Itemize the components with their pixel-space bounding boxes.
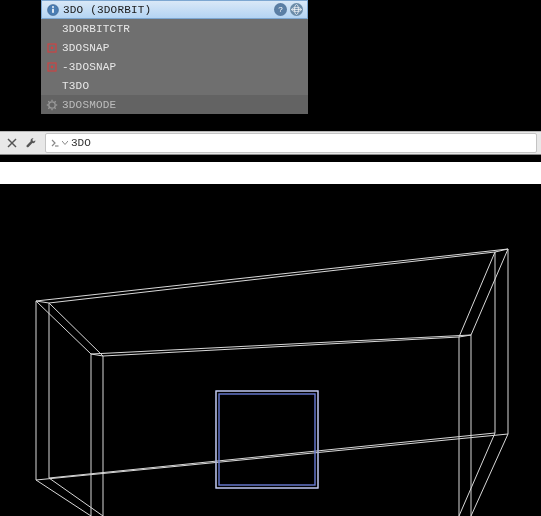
autocomplete-item-label: T3DO <box>62 80 89 92</box>
bottom-strip <box>0 155 541 162</box>
info-icon <box>46 3 60 17</box>
command-input-wrapper[interactable] <box>45 133 537 153</box>
gap <box>0 162 541 184</box>
svg-point-12 <box>51 65 54 68</box>
blank-icon <box>45 22 59 36</box>
autocomplete-item-t3do[interactable]: T3DO <box>41 76 308 95</box>
svg-line-20 <box>48 107 49 108</box>
gear-icon <box>45 98 59 112</box>
command-bar <box>0 131 541 155</box>
autocomplete-panel: 3DO (3DORBIT) ? <box>41 0 308 114</box>
autocomplete-item-label: -3DOSNAP <box>62 61 116 73</box>
autocomplete-item-label: 3DO (3DORBIT) <box>63 4 151 16</box>
svg-text:?: ? <box>278 5 283 14</box>
svg-rect-1 <box>52 8 54 12</box>
svg-point-2 <box>52 6 54 8</box>
autocomplete-item-3do[interactable]: 3DO (3DORBIT) ? <box>41 0 308 19</box>
snap-icon <box>45 41 59 55</box>
autocomplete-item-3dorbitctr[interactable]: 3DORBITCTR <box>41 19 308 38</box>
command-input[interactable] <box>71 137 532 149</box>
blank-icon <box>45 79 59 93</box>
autocomplete-item-label: 3DORBITCTR <box>62 23 130 35</box>
wireframe-drawing <box>0 184 541 516</box>
autocomplete-item-label: 3DOSNAP <box>62 42 110 54</box>
help-icon[interactable]: ? <box>274 3 287 16</box>
svg-point-10 <box>51 46 54 49</box>
svg-line-21 <box>55 101 56 102</box>
viewport-3d[interactable] <box>0 184 541 516</box>
autocomplete-item-3dosnap[interactable]: 3DOSNAP <box>41 38 308 57</box>
svg-rect-26 <box>219 394 315 485</box>
svg-line-18 <box>48 101 49 102</box>
autocomplete-item-3dosmode[interactable]: 3DOSMODE <box>41 95 308 114</box>
svg-rect-25 <box>216 391 318 488</box>
command-prompt-icon <box>50 138 68 148</box>
top-section: 3DO (3DORBIT) ? <box>0 0 541 162</box>
close-icon[interactable] <box>3 134 21 152</box>
svg-line-19 <box>55 107 56 108</box>
globe-icon[interactable] <box>290 3 303 16</box>
autocomplete-item-minus-3dosnap[interactable]: -3DOSNAP <box>41 57 308 76</box>
wrench-icon[interactable] <box>22 134 40 152</box>
svg-rect-27 <box>216 391 318 488</box>
svg-point-13 <box>49 101 55 107</box>
snap-icon <box>45 60 59 74</box>
autocomplete-item-label: 3DOSMODE <box>62 99 116 111</box>
